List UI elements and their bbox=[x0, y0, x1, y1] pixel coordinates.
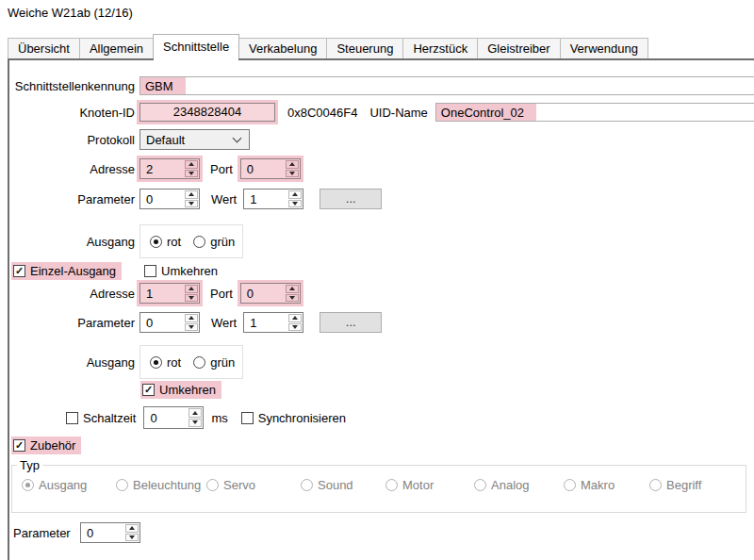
radio-icon bbox=[193, 356, 205, 369]
radio-gruen-2[interactable]: grün bbox=[193, 355, 235, 370]
tab-schnittstelle[interactable]: Schnittstelle bbox=[153, 34, 239, 58]
zubehoer-checkbox[interactable]: Zubehör bbox=[13, 438, 75, 453]
arrow-down-icon bbox=[292, 202, 298, 206]
arrow-down-icon bbox=[192, 420, 198, 424]
umkehren1-checkbox[interactable]: Umkehren bbox=[144, 264, 218, 278]
spin-up-button[interactable] bbox=[188, 408, 202, 418]
arrow-down-icon bbox=[188, 296, 194, 300]
typ-radio-beleuchtung[interactable]: Beleuchtung bbox=[116, 478, 206, 492]
radio-icon bbox=[474, 479, 486, 491]
protokoll-select[interactable]: Default bbox=[139, 129, 250, 150]
spin-down-button[interactable] bbox=[185, 323, 198, 332]
ausgang1-radio-group: rot grün bbox=[139, 224, 243, 258]
spin-up-button[interactable] bbox=[185, 160, 198, 169]
radio-selected-icon bbox=[22, 479, 34, 491]
spin-down-button[interactable] bbox=[185, 200, 198, 208]
kennung-label: Schnittstellenkennung bbox=[9, 79, 139, 93]
ausgang2-label: Ausgang bbox=[9, 355, 139, 370]
spin-up-button[interactable] bbox=[125, 524, 139, 533]
radio-rot-2[interactable]: rot bbox=[150, 355, 181, 370]
typ-radio-makro[interactable]: Makro bbox=[564, 478, 649, 492]
radio-icon bbox=[301, 479, 313, 491]
radio-icon bbox=[116, 479, 128, 491]
tab-herzstueck[interactable]: Herzstück bbox=[402, 38, 478, 58]
chevron-down-icon bbox=[233, 133, 242, 142]
adresse2-label: Adresse bbox=[9, 287, 139, 301]
tab-verkabelung[interactable]: Verkabelung bbox=[238, 38, 327, 58]
radio-icon bbox=[193, 236, 205, 248]
radio-gruen[interactable]: grün bbox=[193, 235, 235, 249]
tab-steuerung[interactable]: Steuerung bbox=[326, 38, 403, 58]
kennung-input[interactable]: GBM bbox=[139, 76, 754, 95]
spin-up-button[interactable] bbox=[288, 190, 302, 199]
tab-allgemein[interactable]: Allgemein bbox=[79, 38, 154, 58]
arrow-down-icon bbox=[188, 172, 194, 175]
checkbox-checked-icon bbox=[142, 384, 155, 396]
wert1-label: Wert bbox=[211, 192, 237, 206]
kennung-value: GBM bbox=[140, 77, 186, 94]
arrow-up-icon bbox=[292, 192, 298, 196]
knoten-id-label: Knoten-ID bbox=[9, 106, 139, 120]
spin-up-button[interactable] bbox=[286, 285, 299, 293]
more-button-2[interactable]: ... bbox=[320, 312, 382, 333]
arrow-up-icon bbox=[188, 316, 194, 320]
arrow-up-icon bbox=[188, 192, 194, 196]
spin-down-button[interactable] bbox=[185, 170, 198, 178]
wert2-spinner[interactable]: 1 bbox=[243, 312, 303, 333]
spin-down-button[interactable] bbox=[288, 200, 302, 208]
port2-spinner[interactable]: 0 bbox=[240, 283, 301, 304]
port1-highlight: 0 bbox=[238, 156, 303, 182]
adresse1-label: Adresse bbox=[9, 162, 139, 176]
checkbox-icon bbox=[66, 412, 78, 424]
wert2-label: Wert bbox=[211, 316, 237, 330]
synchronisieren-checkbox[interactable]: Synchronisieren bbox=[241, 411, 346, 425]
radio-rot[interactable]: rot bbox=[150, 235, 181, 249]
arrow-down-icon bbox=[292, 325, 298, 329]
spin-up-button[interactable] bbox=[288, 314, 302, 322]
tab-verwendung[interactable]: Verwendung bbox=[560, 38, 648, 58]
protokoll-value: Default bbox=[146, 133, 185, 147]
umkehren2-checkbox[interactable]: Umkehren bbox=[142, 383, 216, 397]
arrow-down-icon bbox=[188, 325, 194, 329]
spin-down-button[interactable] bbox=[188, 419, 202, 428]
spin-up-button[interactable] bbox=[185, 285, 198, 293]
wert1-spinner[interactable]: 1 bbox=[243, 189, 303, 209]
spin-down-button[interactable] bbox=[286, 170, 299, 178]
spin-down-button[interactable] bbox=[125, 534, 139, 542]
parameter-bottom-spinner[interactable]: 0 bbox=[80, 522, 140, 543]
uid-name-input[interactable]: OneControl_02 bbox=[435, 103, 754, 122]
adresse2-spinner[interactable]: 1 bbox=[139, 283, 200, 304]
window-title: Weiche W21ab (12/16) bbox=[8, 6, 133, 20]
checkbox-icon bbox=[144, 265, 156, 277]
arrow-down-icon bbox=[188, 202, 194, 206]
typ-radio-motor[interactable]: Motor bbox=[385, 478, 474, 492]
einzel-ausgang-checkbox[interactable]: Einzel-Ausgang bbox=[13, 264, 116, 278]
typ-radio-analog[interactable]: Analog bbox=[474, 478, 564, 492]
more-button[interactable]: ... bbox=[320, 189, 382, 209]
parameter2-spinner[interactable]: 0 bbox=[139, 312, 200, 333]
schaltzeit-checkbox[interactable]: Schaltzeit bbox=[66, 411, 136, 425]
arrow-up-icon bbox=[292, 316, 298, 320]
schaltzeit-spinner[interactable]: 0 bbox=[143, 406, 204, 429]
checkbox-icon bbox=[241, 412, 254, 424]
adresse1-spinner[interactable]: 2 bbox=[139, 158, 200, 179]
umkehren2-highlight: Umkehren bbox=[140, 381, 221, 399]
tab-gleistreiber[interactable]: Gleistreiber bbox=[477, 38, 560, 58]
tab-uebersicht[interactable]: Übersicht bbox=[8, 38, 80, 58]
radio-selected-icon bbox=[150, 356, 162, 369]
port1-spinner[interactable]: 0 bbox=[240, 158, 301, 179]
knoten-id-input[interactable]: 2348828404 bbox=[139, 103, 275, 122]
parameter1-spinner[interactable]: 0 bbox=[139, 189, 200, 209]
spin-up-button[interactable] bbox=[185, 314, 198, 322]
typ-radio-sound[interactable]: Sound bbox=[301, 478, 385, 492]
spin-down-button[interactable] bbox=[185, 294, 198, 303]
spin-up-button[interactable] bbox=[185, 190, 198, 199]
typ-radio-begriff[interactable]: Begriff bbox=[649, 478, 701, 492]
spin-down-button[interactable] bbox=[286, 294, 299, 303]
typ-radio-ausgang[interactable]: Ausgang bbox=[22, 478, 116, 492]
spin-down-button[interactable] bbox=[288, 323, 302, 332]
typ-radio-servo[interactable]: Servo bbox=[206, 478, 301, 492]
schaltzeit-unit: ms bbox=[211, 411, 227, 425]
spin-up-button[interactable] bbox=[286, 160, 299, 169]
radio-icon bbox=[564, 479, 576, 491]
